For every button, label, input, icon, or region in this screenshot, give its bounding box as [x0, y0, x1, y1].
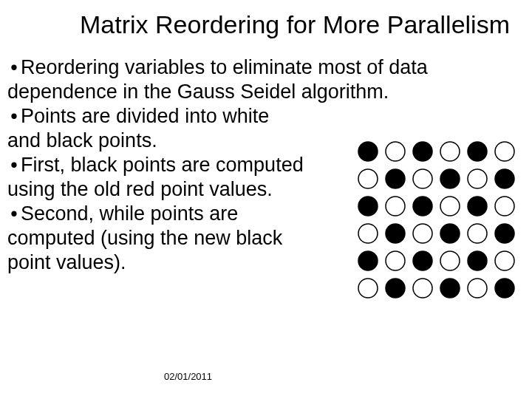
checkerboard-diagram — [357, 140, 516, 299]
white-point-icon — [358, 169, 378, 188]
body-line: •Points are divided into white — [7, 104, 525, 129]
body-line: dependence in the Gauss Seidel algorithm… — [7, 80, 525, 104]
black-point-icon — [413, 251, 432, 270]
white-point-icon — [468, 224, 487, 243]
black-point-icon — [468, 251, 487, 270]
white-point-icon — [413, 224, 432, 243]
text: First, black points are computed — [21, 154, 304, 176]
black-point-icon — [440, 169, 460, 188]
black-point-icon — [440, 279, 460, 298]
white-point-icon — [495, 197, 514, 216]
slide-title: Matrix Reordering for More Parallelism — [0, 0, 532, 39]
white-point-icon — [468, 279, 487, 298]
white-point-icon — [440, 197, 460, 216]
black-point-icon — [358, 197, 378, 216]
black-point-icon — [440, 224, 460, 243]
white-point-icon — [386, 142, 405, 161]
white-point-icon — [440, 251, 460, 270]
checkerboard-svg — [357, 140, 516, 299]
black-point-icon — [495, 224, 514, 243]
black-point-icon — [358, 251, 378, 270]
white-point-icon — [440, 142, 460, 161]
white-point-icon — [386, 197, 405, 216]
white-point-icon — [386, 251, 405, 270]
black-point-icon — [495, 169, 514, 188]
slide: Matrix Reordering for More Parallelism •… — [0, 0, 532, 399]
white-point-icon — [358, 224, 378, 243]
black-point-icon — [386, 169, 405, 188]
white-point-icon — [495, 142, 514, 161]
black-point-icon — [468, 142, 487, 161]
bullet-icon: • — [7, 153, 21, 177]
text: Second, while points are — [21, 202, 238, 225]
black-point-icon — [413, 142, 432, 161]
footer-date: 02/01/2011 — [164, 371, 212, 382]
text: Reordering variables to eliminate most o… — [21, 56, 428, 78]
bullet-icon: • — [7, 55, 21, 80]
black-point-icon — [495, 279, 514, 298]
white-point-icon — [495, 251, 514, 270]
white-point-icon — [468, 169, 487, 188]
white-point-icon — [413, 169, 432, 188]
black-point-icon — [386, 279, 405, 298]
black-point-icon — [358, 142, 378, 161]
black-point-icon — [413, 197, 432, 216]
bullet-icon: • — [7, 104, 21, 129]
white-point-icon — [358, 279, 378, 298]
bullet-icon: • — [7, 202, 21, 226]
body-line: •Reordering variables to eliminate most … — [7, 55, 525, 80]
black-point-icon — [468, 197, 487, 216]
black-point-icon — [386, 224, 405, 243]
text: Points are divided into white — [21, 105, 269, 127]
white-point-icon — [413, 279, 432, 298]
